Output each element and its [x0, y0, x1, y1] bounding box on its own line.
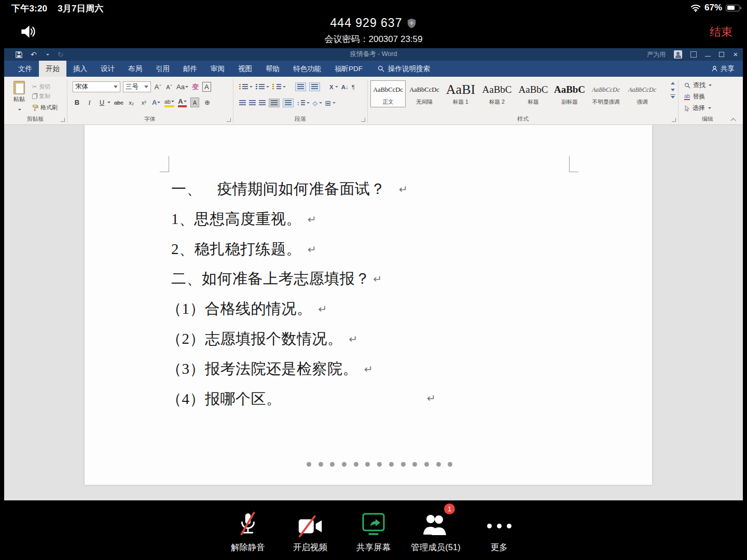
highlight-button[interactable]: ab [164, 97, 174, 107]
undo-caret-icon[interactable] [46, 54, 49, 55]
enclose-characters-button[interactable]: ⊕ [203, 97, 212, 107]
borders-button[interactable]: ⊞ [325, 98, 336, 108]
margin-mark-top-right [569, 156, 578, 172]
end-meeting-button[interactable]: 结束 [710, 24, 732, 40]
italic-button[interactable]: I [85, 97, 94, 107]
font-color-button[interactable]: A [178, 97, 187, 107]
undo-icon[interactable]: ↶ [31, 50, 37, 59]
tab-references[interactable]: 引用 [149, 61, 176, 77]
text-effects-button[interactable]: A [152, 97, 161, 107]
font-size-select[interactable]: 三号 [123, 81, 151, 92]
bullets-button[interactable] [239, 82, 253, 92]
superscript-button[interactable]: x² [140, 97, 148, 107]
sort-button[interactable]: A↓ [341, 82, 349, 92]
paragraph-dialog-launcher[interactable] [361, 118, 365, 122]
document-page[interactable]: 一、 疫情期间如何准备面试？↵ 1、思想高度重视。↵ 2、稳扎稳打练题。↵ 二、… [85, 125, 652, 485]
avatar[interactable] [674, 50, 682, 59]
style-subtle-emphasis[interactable]: AaBbCcDc 不明显强调 [588, 80, 624, 107]
font-size-value: 三号 [126, 82, 139, 91]
distribute-button[interactable] [283, 99, 294, 107]
restore-icon[interactable] [719, 52, 724, 57]
shield-icon[interactable] [407, 18, 417, 29]
doc-line-2: 1、思想高度重视。↵ [171, 209, 316, 229]
more-button[interactable]: 更多 [455, 508, 543, 553]
ribbon-display-options-icon[interactable] [690, 51, 697, 58]
tab-home[interactable]: 开始 [39, 61, 66, 77]
strikethrough-button[interactable]: abc [114, 97, 123, 107]
grow-font-button[interactable]: Aˆ [154, 82, 162, 92]
character-shading-button[interactable]: A [190, 97, 199, 107]
justify-button[interactable] [269, 99, 280, 107]
tab-view[interactable]: 视图 [231, 61, 259, 77]
tab-help[interactable]: 帮助 [259, 61, 286, 77]
select-button[interactable]: 选择 [684, 104, 711, 113]
document-area: 一、 疫情期间如何准备面试？↵ 1、思想高度重视。↵ 2、稳扎稳打练题。↵ 二、… [4, 125, 743, 500]
return-mark-icon: ↵ [374, 273, 382, 285]
tab-file[interactable]: 文件 [11, 61, 39, 77]
paste-button[interactable]: 粘贴 [8, 81, 30, 113]
styles-more-icon[interactable] [670, 94, 675, 100]
tell-me-search[interactable]: 操作说明搜索 [378, 61, 430, 77]
style-emphasis[interactable]: AaBbCcDc 强调 [625, 80, 660, 107]
style-heading2[interactable]: AaBbC 标题 2 [479, 80, 515, 107]
tab-design[interactable]: 设计 [94, 61, 121, 77]
tab-mailings[interactable]: 邮件 [176, 61, 204, 77]
font-name-select[interactable]: 宋体 [73, 81, 120, 92]
replace-button[interactable]: ab 替换 [684, 92, 705, 101]
find-label: 查找 [693, 81, 706, 90]
align-center-button[interactable] [249, 98, 256, 108]
change-case-button[interactable]: Aa [176, 82, 188, 92]
microphone-muted-icon [236, 511, 260, 538]
decrease-indent-button[interactable] [295, 82, 306, 91]
battery-icon [726, 5, 740, 11]
tab-layout[interactable]: 布局 [121, 61, 149, 77]
phonetic-guide-button[interactable]: 变 [191, 82, 200, 92]
style-no-spacing[interactable]: AaBbCcDc 无间隔 [407, 80, 442, 107]
show-marks-button[interactable]: ¶ [352, 82, 355, 92]
style-normal[interactable]: AaBbCcDc 正文 [370, 80, 406, 107]
subscript-button[interactable]: x₂ [127, 97, 136, 107]
shrink-font-button[interactable]: Aˇ [165, 82, 174, 92]
clipboard-dialog-launcher[interactable] [61, 118, 65, 122]
underline-caret-icon[interactable] [107, 102, 110, 103]
style-subtitle[interactable]: AaBbC 副标题 [552, 80, 587, 107]
align-right-button[interactable] [259, 98, 266, 108]
styles-dialog-launcher[interactable] [672, 118, 676, 122]
styles-scroll-up-icon[interactable] [670, 81, 675, 86]
style-title[interactable]: AaBbC 标题 [516, 80, 551, 107]
tab-review[interactable]: 审阅 [204, 61, 231, 77]
tab-insert[interactable]: 插入 [66, 61, 94, 77]
paste-label: 粘贴 [8, 95, 30, 103]
speaker-icon[interactable] [18, 23, 38, 41]
copy-label: 复制 [39, 92, 50, 100]
character-border-button[interactable]: A [202, 82, 211, 92]
doc-line-4: 二、如何准备上考志愿填报？↵ [171, 269, 382, 289]
align-left-button[interactable] [239, 98, 246, 108]
multilevel-list-button[interactable] [272, 82, 286, 92]
account-name[interactable]: 严为用 [647, 50, 666, 59]
increase-indent-button[interactable] [309, 82, 320, 91]
status-time: 下午3:20 [11, 3, 47, 15]
format-painter-button[interactable]: 格式刷 [32, 104, 58, 111]
asian-layout-button[interactable]: X [329, 82, 338, 92]
close-icon[interactable]: × [732, 51, 739, 58]
doc-line-3: 2、稳扎稳打练题。↵ [171, 239, 316, 259]
find-button[interactable]: 查找 [684, 81, 712, 90]
tab-foxit-pdf[interactable]: 福昕PDF [328, 61, 369, 77]
numbering-button[interactable] [256, 82, 269, 92]
collapse-ribbon-icon[interactable] [730, 118, 737, 122]
more-label: 更多 [455, 542, 543, 553]
line-spacing-button[interactable]: ↕ [297, 98, 310, 108]
tab-special-features[interactable]: 特色功能 [286, 61, 328, 77]
font-dialog-launcher[interactable] [227, 118, 231, 122]
doc-line-7: （3）报考法院还是检察院。↵ [167, 359, 373, 379]
share-button[interactable]: 共享 [711, 61, 735, 77]
styles-scroll-down-icon[interactable] [670, 88, 675, 93]
find-icon [684, 82, 690, 89]
underline-button[interactable]: U [98, 97, 106, 107]
style-heading1[interactable]: AaBI 标题 1 [443, 80, 478, 107]
shading-button[interactable]: ◇ [313, 98, 322, 108]
bold-button[interactable]: B [73, 97, 81, 107]
minimize-icon[interactable] [705, 53, 711, 57]
save-icon[interactable] [16, 51, 22, 58]
